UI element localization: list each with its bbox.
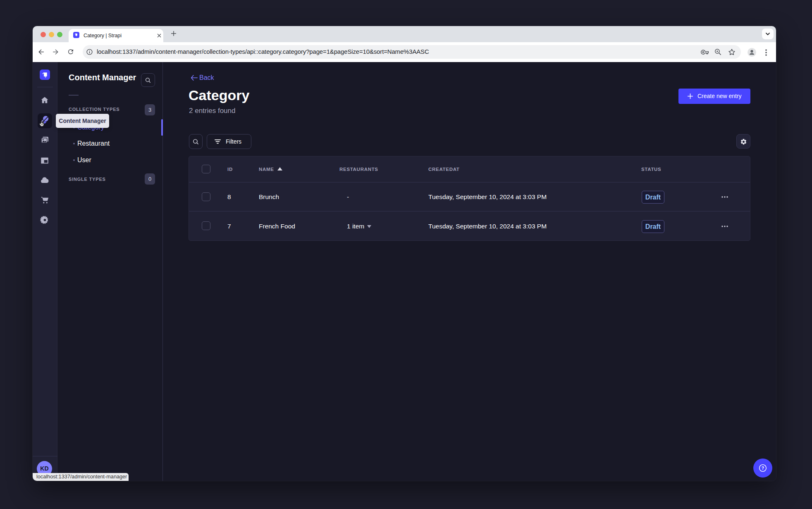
svg-text:?: ? [762, 466, 764, 471]
